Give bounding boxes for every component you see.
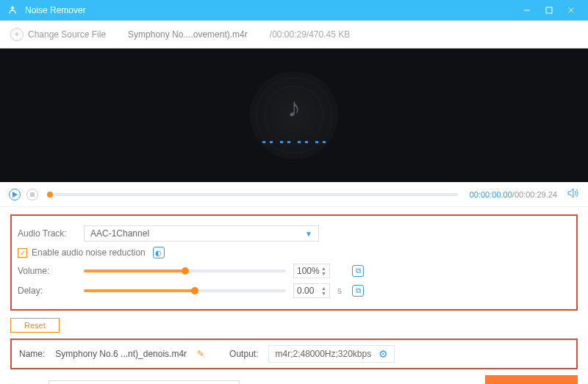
seek-thumb[interactable]	[47, 192, 53, 198]
source-filename: Symphony No....ovement).m4r	[128, 29, 248, 40]
play-button[interactable]	[9, 189, 21, 200]
delay-apply-all-icon[interactable]: ⧉	[352, 285, 364, 297]
equalizer-icon	[262, 141, 326, 143]
minimize-button[interactable]	[516, 0, 538, 21]
output-format-value: m4r;2;48000Hz;320kbps	[275, 349, 371, 359]
volume-value: 100%	[297, 266, 320, 276]
footer: Save to: C:\Tipard Studio\Tipar...Ultima…	[0, 369, 588, 384]
audio-disc-icon: ♪	[250, 71, 338, 159]
delay-label: Delay:	[18, 286, 76, 296]
volume-label: Volume:	[18, 266, 76, 276]
delay-slider[interactable]	[84, 289, 286, 292]
stepper-arrows-icon[interactable]: ▲▼	[321, 286, 326, 296]
delay-stepper[interactable]: 0.00 ▲▼	[293, 283, 330, 298]
titlebar: Noise Remover	[0, 0, 588, 21]
audio-track-label: Audio Track:	[18, 228, 76, 239]
stepper-arrows-icon[interactable]: ▲▼	[321, 266, 326, 276]
close-button[interactable]	[560, 0, 582, 21]
plus-icon: +	[10, 28, 24, 41]
reset-button[interactable]: Reset	[10, 318, 60, 333]
toolbar: + Change Source File Symphony No....ovem…	[0, 21, 588, 48]
noise-reduction-settings-icon[interactable]: ◐	[153, 247, 165, 258]
gear-icon[interactable]: ⚙	[379, 348, 388, 360]
volume-thumb[interactable]	[182, 267, 189, 275]
preview-area: ♪	[0, 48, 588, 182]
output-label: Output:	[229, 349, 258, 359]
output-settings-highlight: Name: Symphony No.6 ...nt)_denois.m4r ✎ …	[10, 338, 578, 369]
audio-settings-highlight: Audio Track: AAC-1Channel ▼ ✓ Enable aud…	[10, 214, 578, 311]
audio-track-select[interactable]: AAC-1Channel ▼	[84, 225, 319, 242]
delay-value: 0.00	[297, 286, 314, 296]
app-title: Noise Remover	[25, 5, 86, 15]
controls-panel: Audio Track: AAC-1Channel ▼ ✓ Enable aud…	[0, 207, 588, 315]
name-value: Symphony No.6 ...nt)_denois.m4r	[55, 349, 187, 359]
name-label: Name:	[19, 349, 45, 359]
chevron-down-icon: ▼	[305, 230, 312, 238]
app-logo-icon	[6, 4, 19, 17]
enable-noise-label: Enable audio noise reduction	[32, 247, 146, 258]
edit-name-icon[interactable]: ✎	[197, 349, 204, 359]
audio-track-value: AAC-1Channel	[90, 228, 149, 239]
volume-icon[interactable]	[567, 188, 579, 200]
timecode: 00:00:00.00/00:00:29.24	[470, 190, 557, 199]
enable-noise-reduction-checkbox[interactable]: ✓ Enable audio noise reduction	[18, 247, 146, 258]
music-note-icon: ♪	[287, 93, 301, 123]
playbar: 00:00:00.00/00:00:29.24	[0, 182, 588, 207]
svg-rect-1	[546, 7, 552, 13]
seek-slider[interactable]	[50, 193, 458, 196]
maximize-button[interactable]	[538, 0, 560, 21]
change-source-file-button[interactable]: + Change Source File	[10, 28, 106, 41]
stop-button[interactable]	[26, 189, 38, 200]
change-source-label: Change Source File	[28, 29, 106, 40]
save-path-input[interactable]: C:\Tipard Studio\Tipar...Ultimate\Noise …	[49, 380, 240, 385]
export-button[interactable]: Export	[485, 375, 578, 384]
delay-thumb[interactable]	[191, 287, 198, 294]
time-current: 00:00:00.00	[470, 190, 512, 199]
volume-slider[interactable]	[84, 269, 286, 272]
volume-apply-all-icon[interactable]: ⧉	[352, 265, 364, 277]
output-format-box[interactable]: m4r;2;48000Hz;320kbps ⚙	[268, 345, 395, 363]
svg-marker-4	[12, 192, 18, 198]
time-duration: 00:00:29.24	[514, 190, 557, 199]
checkbox-checked-icon: ✓	[18, 248, 27, 258]
svg-rect-5	[30, 192, 35, 197]
source-fileinfo: /00:00:29/470.45 KB	[270, 29, 350, 40]
volume-stepper[interactable]: 100% ▲▼	[293, 264, 330, 278]
delay-unit: s	[337, 286, 345, 296]
